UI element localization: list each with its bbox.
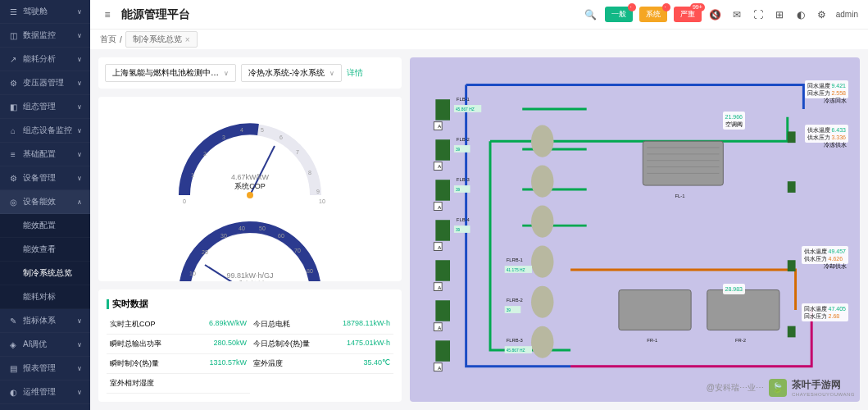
rt-row: 室外相对湿度 [107, 374, 250, 394]
chevron-down-icon: ∨ [329, 70, 334, 77]
svg-text:6: 6 [279, 134, 283, 140]
alert-critical-button[interactable]: 严重99+ [674, 7, 702, 22]
rt-row: 实时主机COP6.89kW/kW [107, 315, 250, 335]
sidebar-item-ai[interactable]: ◈AI调优∨ [0, 333, 90, 357]
realtime-card: 实时数据 实时主机COP6.89kW/kW 今日总电耗18798.11kW·h … [98, 289, 402, 402]
sidebar-sub-effview[interactable]: 能效查看 [0, 238, 90, 262]
sidebar-item-transformer[interactable]: ⚙变压器管理∨ [0, 71, 90, 95]
sidebar-sub-cooling[interactable]: 制冷系统总览 [0, 262, 90, 285]
badge: · [662, 3, 670, 11]
svg-point-50 [531, 246, 553, 278]
breadcrumb-home[interactable]: 首页 [100, 34, 116, 45]
badge: 99+ [690, 3, 705, 11]
mail-icon[interactable]: ✉ [729, 7, 744, 22]
svg-text:A: A [438, 164, 441, 169]
list-icon: ≡ [8, 149, 18, 159]
svg-rect-61 [788, 131, 796, 143]
sidebar-sub-effconfig[interactable]: 能效配置 [0, 214, 90, 238]
menu-toggle-icon[interactable]: ≡ [100, 7, 115, 22]
svg-text:FLB-4: FLB-4 [457, 217, 470, 222]
alert-general-button[interactable]: 一般· [605, 7, 633, 22]
svg-text:FLRB-1: FLRB-1 [507, 257, 523, 262]
svg-text:FLRB-2: FLRB-2 [507, 298, 523, 303]
sound-icon[interactable]: 🔇 [708, 7, 723, 22]
svg-text:FLB-3: FLB-3 [457, 177, 470, 182]
svg-text:50: 50 [259, 226, 266, 231]
badge: · [628, 3, 636, 11]
system-select[interactable]: 冷热水系统-冷水系统∨ [241, 64, 342, 82]
status-supply-cool: 供水温度 49.457 供水压力 4.626 [802, 246, 848, 264]
user-name[interactable]: admin [836, 10, 858, 19]
svg-text:3: 3 [222, 134, 225, 140]
svg-rect-38 [435, 260, 450, 280]
gauge-unit-value: 99.81kW·h/GJ [160, 271, 340, 280]
svg-rect-55 [707, 290, 779, 330]
svg-point-52 [531, 326, 553, 358]
detail-link[interactable]: 详情 [347, 67, 363, 79]
report-icon: ▤ [8, 363, 18, 373]
svg-point-47 [531, 125, 553, 157]
theme-icon[interactable]: ◐ [793, 7, 808, 22]
sidebar-item-config[interactable]: ◧组态管理∨ [0, 95, 90, 119]
sidebar-item-baseconfig[interactable]: ≡基础配置∨ [0, 143, 90, 166]
svg-text:41.175 HZ: 41.175 HZ [507, 268, 525, 272]
svg-text:2: 2 [203, 151, 207, 157]
svg-rect-41 [435, 300, 450, 321]
svg-text:45.867 HZ: 45.867 HZ [507, 348, 525, 353]
apps-icon[interactable]: ⊞ [772, 7, 787, 22]
main-area: ≡ 能源管理平台 🔍 一般· 系统· 严重99+ 🔇 ✉ ⛶ ⊞ ◐ ⚙ adm… [90, 0, 868, 410]
status-return-cold: 回水温度 9.421 回水压力 2.558 [805, 80, 848, 98]
sidebar-item-userreport[interactable]: ⚐用户报告∨ [0, 404, 90, 410]
ai-icon: ◈ [8, 339, 18, 349]
sidebar-item-analysis[interactable]: ↗能耗分析∨ [0, 48, 90, 71]
svg-text:FLRB-3: FLRB-3 [507, 338, 524, 343]
svg-text:A: A [438, 285, 441, 290]
sidebar-item-report[interactable]: ▤报表管理∨ [0, 357, 90, 380]
search-icon[interactable]: 🔍 [584, 7, 598, 22]
sidebar-sub-benchmark[interactable]: 能耗对标 [0, 285, 90, 309]
status-return-cool: 回水温度 47.405 回水压力 2.68 [802, 303, 848, 321]
gear-icon: ⚙ [8, 78, 18, 88]
svg-text:5: 5 [261, 127, 264, 133]
svg-rect-26 [435, 99, 450, 120]
leaf-icon: 🍃 [769, 379, 787, 397]
sidebar-item-efficiency[interactable]: ◎设备能效∧ [0, 190, 90, 214]
svg-text:A: A [438, 205, 441, 210]
location-select[interactable]: 上海氢能与燃料电池检测中…∨ [105, 64, 236, 82]
sidebar-item-ops[interactable]: ◐运维管理∨ [0, 380, 90, 404]
label-supply: 冷冻供水 [824, 141, 847, 149]
alert-system-button[interactable]: 系统· [639, 7, 667, 22]
svg-text:A: A [438, 326, 441, 330]
ops-icon: ◐ [8, 387, 18, 397]
sidebar-item-devmgmt[interactable]: ⚙设备管理∨ [0, 166, 90, 190]
realtime-title: 实时数据 [107, 298, 393, 310]
left-panel: 上海氢能与燃料电池检测中…∨ 冷热水系统-冷水系统∨ 详情 012 345 67… [98, 57, 402, 402]
close-icon[interactable]: × [185, 35, 190, 44]
svg-text:40: 40 [239, 226, 245, 231]
svg-text:20: 20 [202, 249, 208, 255]
sidebar-item-dashboard[interactable]: ☰驾驶舱∨ [0, 0, 90, 24]
svg-rect-29 [435, 139, 450, 160]
gauge-unit: 01020 304050 607080 90100 99.81kW·h/GJ 系… [160, 203, 340, 281]
sidebar-item-monitor[interactable]: ◫数据监控∨ [0, 24, 90, 48]
layout-icon: ◧ [8, 102, 18, 112]
expand-icon[interactable]: ⛶ [751, 7, 766, 22]
svg-rect-32 [435, 180, 450, 200]
gear-icon: ⚙ [8, 173, 18, 183]
sidebar-item-devmon[interactable]: ⌂组态设备监控∨ [0, 119, 90, 143]
settings-icon[interactable]: ⚙ [815, 7, 829, 22]
app-title: 能源管理平台 [121, 7, 190, 22]
svg-text:7: 7 [296, 149, 299, 155]
svg-text:A: A [438, 124, 441, 129]
svg-point-1 [247, 192, 253, 198]
gauge-cop: 012 345 678 910 4.67kW/kW 系统COP [160, 105, 340, 203]
sidebar-item-indicator[interactable]: ✎指标体系∨ [0, 309, 90, 333]
label-return: 冷冻回水 [824, 97, 847, 105]
dashboard-icon: ☰ [8, 7, 18, 16]
status-valve-2: 28.983 [723, 284, 745, 294]
system-diagram[interactable]: A A A A A A A [410, 57, 860, 402]
svg-text:FR-1: FR-1 [647, 338, 657, 343]
breadcrumb-current[interactable]: 制冷系统总览× [125, 31, 198, 48]
svg-text:39: 39 [456, 228, 461, 232]
svg-rect-44 [435, 340, 450, 361]
